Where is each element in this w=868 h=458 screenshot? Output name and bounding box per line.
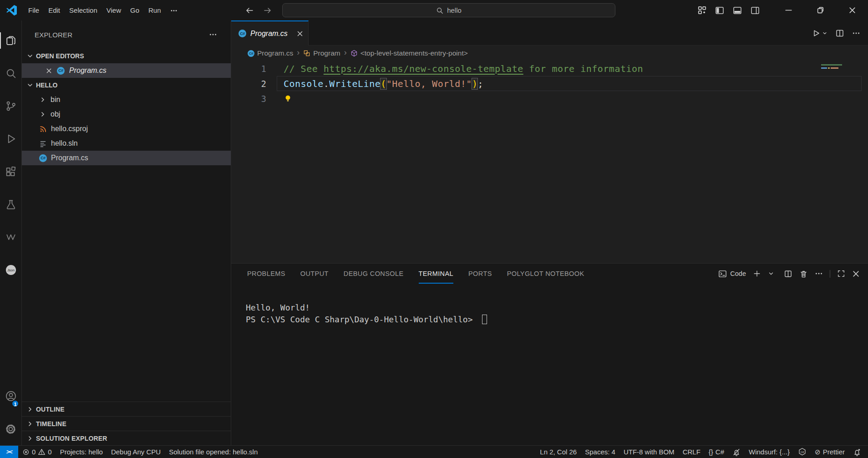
editor-tab-bar: C# Program.cs <box>231 20 868 46</box>
csharp-file-icon: C# <box>239 30 246 37</box>
kill-terminal-trash-icon[interactable] <box>799 270 808 278</box>
activity-source-control[interactable] <box>0 90 21 122</box>
minimap[interactable] <box>821 64 842 69</box>
problems-status[interactable]: 0 0 <box>18 446 56 458</box>
menu-edit[interactable]: Edit <box>44 0 65 20</box>
activity-extensions[interactable] <box>0 155 21 188</box>
tab-close-icon[interactable] <box>296 30 304 37</box>
activity-bar: Json 1 <box>0 20 22 445</box>
close-button[interactable] <box>836 0 868 20</box>
svg-text:C#: C# <box>801 451 804 453</box>
search-command-center[interactable]: hello <box>282 3 615 17</box>
forward-arrow-icon[interactable] <box>263 6 272 15</box>
panel-tab-debug-console[interactable]: DEBUG CONSOLE <box>344 264 404 284</box>
maximize-restore-button[interactable] <box>804 0 836 20</box>
toggle-secondary-sidebar-icon[interactable] <box>751 6 760 15</box>
lightbulb-icon[interactable] <box>284 72 352 125</box>
activity-accounts[interactable]: 1 <box>0 380 21 412</box>
close-panel-icon[interactable] <box>852 270 860 278</box>
explorer-sidebar: EXPLORER OPEN EDITORS C# Program.cs HELL… <box>22 20 231 445</box>
activity-settings[interactable] <box>0 412 21 445</box>
source-control-icon <box>5 100 17 112</box>
projects-status[interactable]: Projects: hello <box>56 446 107 458</box>
menu-more-icon[interactable] <box>166 0 182 20</box>
panel-tab-ports[interactable]: PORTS <box>468 264 492 284</box>
back-arrow-icon[interactable] <box>245 6 254 15</box>
menu-go[interactable]: Go <box>126 0 144 20</box>
terminal-output[interactable]: Hello, World! PS C:\VS Code C Sharp\Day-… <box>231 284 868 326</box>
open-editors-header[interactable]: OPEN EDITORS <box>22 49 231 63</box>
tree-item-obj[interactable]: obj <box>22 107 231 122</box>
panel-tab-output[interactable]: OUTPUT <box>300 264 329 284</box>
workspace-header-hello[interactable]: HELLO <box>22 78 231 92</box>
tab-program-cs[interactable]: C# Program.cs <box>231 20 309 46</box>
breadcrumb-class[interactable]: Program <box>303 49 340 57</box>
terminal-launch-profile[interactable]: Code <box>718 270 746 278</box>
build-config-status[interactable]: Debug Any CPU <box>107 446 165 458</box>
search-icon <box>436 7 443 14</box>
remote-indicator[interactable]: >< <box>0 446 18 458</box>
split-editor-icon[interactable] <box>835 29 844 38</box>
cursor-position-status[interactable]: Ln 2, Col 26 <box>536 446 581 458</box>
csharp-extension-status[interactable]: C# <box>794 446 811 458</box>
split-terminal-icon[interactable] <box>784 270 792 278</box>
line-number: 2 <box>231 79 266 89</box>
windsurf-status[interactable]: Windsurf: {...} <box>745 446 794 458</box>
panel-tab-problems[interactable]: PROBLEMS <box>247 264 285 284</box>
customize-layout-icon[interactable] <box>698 6 706 15</box>
bell-slash-status[interactable] <box>728 446 745 458</box>
menu-view[interactable]: View <box>102 0 126 20</box>
chevron-down-icon <box>26 81 34 89</box>
activity-search[interactable] <box>0 57 21 90</box>
breadcrumb-file[interactable]: C# Program.cs <box>248 49 293 57</box>
launch-profile-chevron-icon[interactable] <box>768 270 774 277</box>
notifications-status[interactable] <box>849 446 865 458</box>
solution-explorer-section-header[interactable]: SOLUTION EXPLORER <box>22 431 231 445</box>
toggle-panel-icon[interactable] <box>733 6 742 15</box>
new-terminal-icon[interactable] <box>753 270 761 278</box>
run-code-button[interactable] <box>812 29 827 38</box>
vscode-logo-icon <box>6 5 17 16</box>
activity-testing[interactable] <box>0 188 21 221</box>
symbol-class-icon <box>303 50 310 57</box>
chevron-down-icon <box>26 52 34 60</box>
eol-status[interactable]: CRLF <box>679 446 705 458</box>
close-icon[interactable] <box>46 67 52 74</box>
sidebar-title: EXPLORER <box>35 31 72 39</box>
panel-tab-terminal[interactable]: TERMINAL <box>419 264 454 284</box>
explorer-more-actions-icon[interactable] <box>209 31 217 39</box>
indentation-status[interactable]: Spaces: 4 <box>581 446 619 458</box>
bell-icon <box>853 448 861 456</box>
activity-explorer[interactable] <box>0 24 21 57</box>
csharp-hexagon-icon: C# <box>798 448 807 456</box>
maximize-panel-icon[interactable] <box>837 270 845 278</box>
tree-item-hello-sln[interactable]: hello.sln <box>22 136 231 151</box>
menu-run[interactable]: Run <box>144 0 166 20</box>
tree-item-bin[interactable]: bin <box>22 92 231 107</box>
breadcrumb-symbol[interactable]: <top-level-statements-entry-point> <box>350 49 468 57</box>
activity-json[interactable]: Json <box>0 254 21 286</box>
activity-windsurf[interactable] <box>0 221 21 254</box>
menu-file[interactable]: File <box>24 0 44 20</box>
encoding-status[interactable]: UTF-8 with BOM <box>619 446 679 458</box>
panel-more-actions-icon[interactable] <box>815 270 823 278</box>
activity-run-debug[interactable] <box>0 122 21 155</box>
editor-more-actions-icon[interactable] <box>852 29 860 37</box>
json-circle-icon: Json <box>5 264 17 276</box>
open-editor-program-cs[interactable]: C# Program.cs <box>22 63 231 78</box>
toggle-primary-sidebar-icon[interactable] <box>715 6 724 15</box>
tree-item-hello-csproj[interactable]: hello.csproj <box>22 122 231 136</box>
panel-tab-polyglot-notebook[interactable]: POLYGLOT NOTEBOOK <box>507 264 584 284</box>
menu-selection[interactable]: Selection <box>65 0 102 20</box>
comment-link[interactable]: https://aka.ms/new-console-template <box>324 63 523 74</box>
minimize-button[interactable] <box>772 0 804 20</box>
prettier-status[interactable]: ⊘ Prettier <box>811 446 849 458</box>
timeline-section-header[interactable]: TIMELINE <box>22 416 231 431</box>
outline-section-header[interactable]: OUTLINE <box>22 402 231 416</box>
chevron-right-icon <box>26 420 34 427</box>
language-mode-status[interactable]: {} C# <box>705 446 728 458</box>
csharp-file-icon: C# <box>57 67 65 75</box>
solution-status[interactable]: Solution file opened: hello.sln <box>165 446 262 458</box>
tree-item-program-cs[interactable]: C# Program.cs <box>22 151 231 165</box>
code-editor[interactable]: 1 // See https://aka.ms/new-console-temp… <box>231 61 868 263</box>
